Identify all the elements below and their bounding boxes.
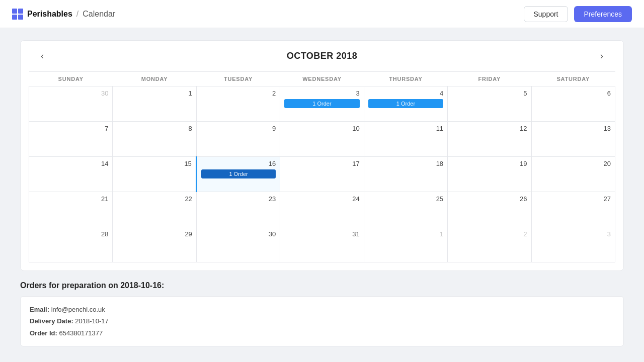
day-number: 8 [117, 125, 192, 132]
calendar-day: 26 [448, 192, 531, 227]
header-actions: Support Preferences [524, 6, 632, 22]
col-tuesday: TUESDAY [196, 72, 280, 86]
day-number: 3 [284, 89, 359, 97]
day-number: 27 [536, 195, 611, 203]
calendar-day: 5 [448, 86, 531, 122]
breadcrumb-separator: / [76, 10, 78, 19]
day-number: 29 [117, 230, 192, 238]
day-number: 3 [536, 230, 611, 238]
calendar-day: 15 [113, 157, 196, 192]
day-number: 20 [536, 160, 611, 167]
day-number: 15 [117, 160, 191, 167]
order-card: Email: info@penchi.co.uk Delivery Date: … [20, 296, 624, 346]
day-number: 2 [452, 230, 527, 238]
orders-section: Orders for preparation on 2018-10-16: Em… [20, 281, 624, 346]
day-number: 26 [452, 195, 527, 203]
day-number: 18 [368, 160, 443, 167]
calendar-day: 12 [448, 122, 531, 157]
day-number: 7 [33, 125, 108, 132]
calendar-day: 8 [113, 122, 196, 157]
order-badge[interactable]: 1 Order [368, 99, 443, 108]
day-number: 25 [368, 195, 443, 203]
day-number: 28 [33, 230, 108, 238]
col-sunday: SUNDAY [29, 72, 113, 86]
day-number: 1 [117, 89, 192, 97]
day-number: 5 [452, 89, 527, 97]
orders-title: Orders for preparation on 2018-10-16: [20, 281, 624, 290]
email-value: info@penchi.co.uk [51, 306, 105, 313]
calendar-day: 21 [29, 192, 113, 227]
calendar-table: SUNDAY MONDAY TUESDAY WEDNESDAY THURSDAY… [29, 71, 615, 262]
calendar-day: 6 [531, 86, 615, 122]
app-icon [12, 9, 23, 20]
day-number: 19 [452, 160, 527, 167]
day-number: 23 [201, 195, 276, 203]
order-badge[interactable]: 1 Order [284, 99, 359, 108]
preferences-button[interactable]: Preferences [574, 6, 632, 22]
next-month-button[interactable]: › [596, 49, 607, 63]
calendar-day: 18 [364, 157, 447, 192]
calendar-week-2: 78910111213 [29, 122, 615, 157]
day-number: 10 [284, 125, 359, 132]
day-number: 17 [284, 160, 359, 167]
delivery-label: Delivery Date: [30, 317, 75, 325]
day-number: 2 [201, 89, 276, 97]
calendar-day[interactable]: 161 Order [196, 157, 280, 192]
day-number: 12 [452, 125, 527, 132]
calendar-day: 20 [531, 157, 615, 192]
calendar-day: 13 [531, 122, 615, 157]
col-wednesday: WEDNESDAY [280, 72, 364, 86]
calendar-day: 7 [29, 122, 113, 157]
calendar-day: 2 [448, 227, 531, 262]
calendar-day: 28 [29, 227, 113, 262]
order-badge[interactable]: 1 Order [201, 169, 276, 178]
calendar-week-1: 301231 Order41 Order56 [29, 86, 615, 122]
day-number: 4 [368, 89, 443, 97]
day-number: 1 [368, 230, 443, 238]
day-number: 31 [284, 230, 359, 238]
calendar-day: 24 [280, 192, 364, 227]
day-number: 14 [33, 160, 108, 167]
calendar-day: 22 [113, 192, 196, 227]
calendar-day: 31 [280, 227, 364, 262]
page-title: Calendar [83, 10, 115, 19]
calendar-day: 17 [280, 157, 364, 192]
calendar: ‹ OCTOBER 2018 › SUNDAY MONDAY TUESDAY W… [20, 40, 624, 271]
day-number: 11 [368, 125, 443, 132]
calendar-day[interactable]: 31 Order [280, 86, 364, 122]
app-name: Perishables [27, 10, 72, 19]
calendar-day: 1 [113, 86, 196, 122]
col-saturday: SATURDAY [531, 72, 615, 86]
support-button[interactable]: Support [524, 6, 568, 22]
calendar-week-5: 28293031123 [29, 227, 615, 262]
breadcrumb-text: Perishables / Calendar [27, 10, 115, 19]
order-id: Order Id: 654380171377 [30, 327, 614, 339]
calendar-day: 9 [196, 122, 280, 157]
calendar-day: 11 [364, 122, 447, 157]
calendar-day: 30 [196, 227, 280, 262]
day-number: 30 [201, 230, 276, 238]
day-number: 21 [33, 195, 108, 203]
calendar-header-row: SUNDAY MONDAY TUESDAY WEDNESDAY THURSDAY… [29, 72, 615, 86]
breadcrumb: Perishables / Calendar [12, 9, 115, 20]
calendar-day: 14 [29, 157, 113, 192]
calendar-day: 10 [280, 122, 364, 157]
calendar-day[interactable]: 41 Order [364, 86, 447, 122]
delivery-value: 2018-10-17 [75, 317, 109, 325]
prev-month-button[interactable]: ‹ [37, 49, 48, 63]
order-delivery: Delivery Date: 2018-10-17 [30, 315, 614, 327]
order-id-value: 654380171377 [59, 329, 103, 337]
order-id-label: Order Id: [30, 329, 59, 337]
day-number: 13 [536, 125, 611, 132]
app-header: Perishables / Calendar Support Preferenc… [0, 0, 644, 28]
calendar-title: OCTOBER 2018 [287, 51, 358, 61]
day-number: 6 [536, 89, 611, 97]
main-content: ‹ OCTOBER 2018 › SUNDAY MONDAY TUESDAY W… [0, 28, 644, 358]
calendar-day: 27 [531, 192, 615, 227]
calendar-day: 2 [196, 86, 280, 122]
email-label: Email: [30, 306, 51, 313]
calendar-week-3: 1415161 Order17181920 [29, 157, 615, 192]
day-number: 16 [201, 160, 276, 167]
day-number: 24 [284, 195, 359, 203]
calendar-week-4: 21222324252627 [29, 192, 615, 227]
